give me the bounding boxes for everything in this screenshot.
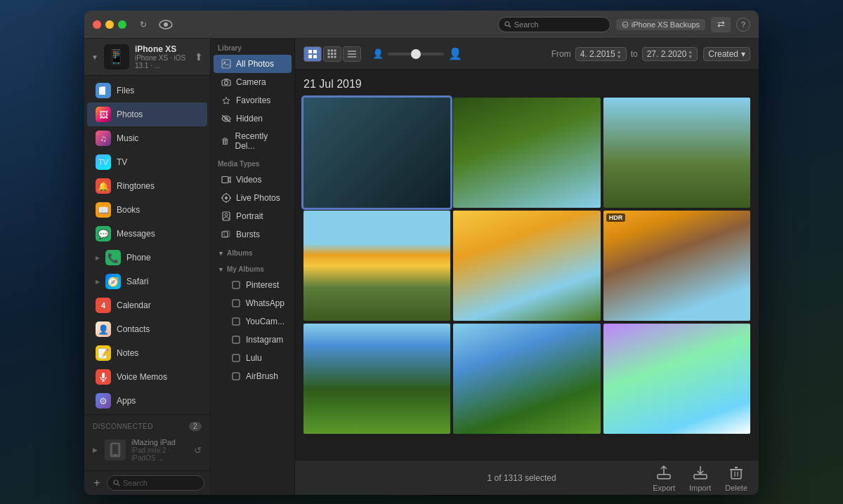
svg-point-24 [225, 197, 228, 199]
view-small-grid-button[interactable] [323, 46, 341, 62]
panel-item-pinterest[interactable]: Pinterest [228, 276, 292, 294]
sidebar-item-photos[interactable]: 🖼 Photos [87, 102, 207, 126]
photo-cell-6[interactable]: HDR [603, 211, 750, 321]
size-slider-track[interactable] [388, 53, 444, 55]
help-button[interactable]: ? [736, 18, 750, 32]
device-label: iPhone XS Backups [632, 20, 700, 29]
panel-item-bursts[interactable]: Bursts [214, 225, 292, 244]
svg-rect-44 [331, 49, 333, 51]
device-name: iPhone XS [135, 44, 189, 54]
panel-item-youcam[interactable]: YouCam... [228, 312, 292, 331]
eye-button[interactable] [156, 18, 176, 32]
from-date[interactable]: 4. 2.2015 ▲ ▼ [575, 47, 627, 61]
books-icon: 📖 [96, 202, 111, 218]
photo-cell-5[interactable] [453, 211, 600, 321]
photo-cell-1[interactable] [303, 98, 450, 208]
albums-section[interactable]: ▼ Albums [211, 244, 294, 260]
sidebar-item-safari[interactable]: ▶ 🧭 Safari [87, 270, 207, 293]
photo-cell-9[interactable] [603, 324, 750, 434]
person-small-icon: 👤 [372, 48, 384, 59]
svg-rect-49 [328, 55, 330, 58]
sidebar-item-phone-label: Phone [126, 253, 199, 263]
panel-item-camera[interactable]: Camera [214, 73, 292, 91]
disconnected-action-button[interactable]: ↺ [194, 445, 202, 456]
live-photos-icon [221, 192, 232, 204]
photo-cell-2[interactable] [453, 98, 600, 208]
messages-icon: 💬 [96, 226, 111, 241]
hdr-badge: HDR [606, 213, 626, 222]
sidebar-search-placeholder: Search [123, 479, 148, 487]
panel-item-all-photos[interactable]: All Photos [214, 55, 292, 73]
disconnected-label: DISCONNECTED 2 [84, 419, 210, 434]
view-list-button[interactable] [343, 46, 361, 62]
to-date-arrows[interactable]: ▲ ▼ [688, 49, 693, 59]
sidebar-item-calendar[interactable]: 4 Calendar [87, 293, 207, 317]
sidebar-item-messages[interactable]: 💬 Messages [87, 222, 207, 246]
sidebar-item-books[interactable]: 📖 Books [87, 198, 207, 222]
view-large-grid-button[interactable] [303, 46, 322, 62]
sidebar-item-notes[interactable]: 📝 Notes [87, 341, 207, 365]
delete-action[interactable]: Delete [725, 464, 747, 492]
svg-rect-36 [233, 336, 240, 343]
photo-cell-8[interactable] [453, 324, 600, 434]
device-sub: iPhone XS · iOS 13.1 · ... [135, 54, 189, 69]
svg-rect-50 [331, 55, 333, 58]
import-action[interactable]: Import [689, 464, 711, 492]
sidebar-footer: + Search [84, 470, 210, 495]
panel-item-videos[interactable]: Videos [214, 171, 292, 189]
arrows-button[interactable]: ⇄ [711, 17, 731, 32]
sidebar-item-contacts[interactable]: 👤 Contacts [87, 317, 207, 341]
svg-rect-51 [334, 55, 336, 58]
maximize-button[interactable] [118, 20, 126, 29]
sidebar-item-phone[interactable]: ▶ 📞 Phone [87, 246, 207, 270]
sidebar-item-voicememos-label: Voice Memos [117, 372, 199, 382]
refresh-button[interactable]: ↻ [136, 18, 150, 32]
svg-rect-59 [731, 470, 741, 479]
to-date[interactable]: 27. 2.2020 ▲ ▼ [642, 47, 698, 61]
sort-select[interactable]: Created ▾ [703, 47, 750, 61]
device-arrow-icon: ↩ [622, 21, 629, 28]
photo-cell-7[interactable] [303, 324, 450, 434]
export-action[interactable]: Export [653, 464, 675, 492]
panel-item-instagram[interactable]: Instagram [228, 331, 292, 349]
bursts-icon [221, 229, 232, 240]
size-slider-area[interactable]: 👤 👤 [372, 47, 462, 60]
middle-panel: Library All Photos Camera Favorites [211, 39, 295, 495]
sidebar-item-apps[interactable]: ⚙ Apps [87, 389, 207, 413]
panel-item-live-photos[interactable]: Live Photos [214, 189, 292, 207]
sidebar-item-voicememos[interactable]: Voice Memos [87, 365, 207, 389]
device-action-button[interactable]: ⬆ [195, 51, 203, 62]
panel-item-hidden[interactable]: Hidden [214, 110, 292, 128]
panel-item-recently-deleted[interactable]: 🗑 Recently Del... [214, 128, 292, 154]
svg-point-19 [225, 81, 228, 85]
disconnected-section: DISCONNECTED 2 ▶ iMazing iPad iPad mini … [84, 414, 210, 470]
tv-icon: TV [96, 154, 111, 170]
add-device-button[interactable]: + [90, 476, 104, 490]
search-bar[interactable]: Search [498, 17, 610, 32]
sidebar-item-music[interactable]: ♫ Music [87, 126, 207, 150]
photo-cell-3[interactable] [603, 98, 750, 208]
all-photos-icon [221, 58, 232, 69]
close-button[interactable] [93, 20, 101, 29]
panel-item-lulu[interactable]: Lulu [228, 349, 292, 367]
photo-cell-4[interactable] [303, 211, 450, 321]
device-expand-arrow[interactable]: ▼ [91, 53, 98, 61]
panel-item-camera-label: Camera [236, 77, 266, 87]
panel-item-portrait[interactable]: Portrait [214, 207, 292, 225]
panel-item-favorites[interactable]: Favorites [214, 91, 292, 110]
sidebar-item-tv[interactable]: TV TV [87, 150, 207, 174]
panel-item-whatsapp[interactable]: WhatsApp [228, 294, 292, 312]
my-albums-section[interactable]: ▼ My Albums [218, 260, 294, 276]
svg-rect-33 [233, 281, 240, 289]
sidebar-device[interactable]: ▼ 📱 iPhone XS iPhone XS · iOS 13.1 · ...… [84, 39, 210, 76]
svg-rect-57 [694, 475, 707, 479]
panel-item-airbrush[interactable]: AirBrush [228, 367, 292, 385]
from-date-arrows[interactable]: ▲ ▼ [617, 49, 622, 59]
disconnected-device[interactable]: ▶ iMazing iPad iPad mini 2 · iPadOS ... … [84, 434, 210, 466]
svg-rect-39 [308, 50, 312, 53]
size-slider-thumb[interactable] [411, 49, 421, 59]
sidebar-search[interactable]: Search [107, 475, 204, 491]
minimize-button[interactable] [105, 20, 114, 29]
sidebar-item-files[interactable]: Files [87, 79, 207, 102]
sidebar-item-ringtones[interactable]: 🔔 Ringtones [87, 174, 207, 198]
